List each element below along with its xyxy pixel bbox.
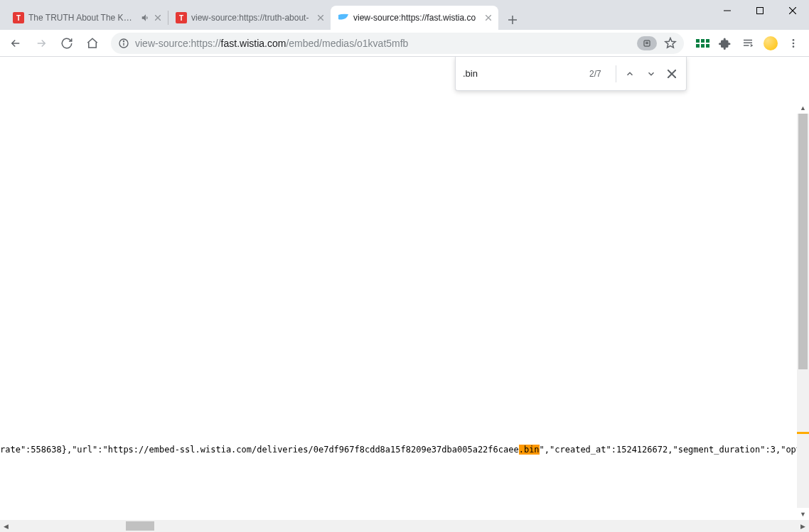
find-marker [797,432,809,434]
extensions-area [691,36,805,50]
vertical-scrollbar[interactable]: ▲ ▼ [797,114,809,508]
window-controls [711,0,809,21]
new-tab-button[interactable] [503,10,523,30]
audio-icon[interactable] [141,13,151,23]
svg-point-22 [793,42,795,44]
site-info-icon[interactable] [118,38,129,49]
cookies-icon[interactable] [637,36,657,50]
reading-list-icon[interactable] [741,36,755,50]
search-highlight: .bin [519,445,540,455]
tab-2[interactable]: view-source:https://fast.wistia.co [331,6,498,30]
window-close-button[interactable] [776,0,809,21]
tab-title: The TRUTH About The Ketog [28,13,136,23]
close-icon[interactable] [486,15,491,21]
tab-title: view-source:https://truth-about- [191,13,314,23]
horizontal-scrollbar[interactable]: ◀ ▶ [0,520,809,532]
find-bar: 2/7 [455,57,687,91]
close-icon[interactable] [155,15,161,21]
scroll-down-arrow[interactable]: ▼ [797,508,809,520]
find-input[interactable] [463,68,582,79]
home-button[interactable] [81,32,104,55]
back-button[interactable] [4,32,27,55]
svg-point-21 [793,39,795,41]
extension-yellow-icon[interactable] [764,36,778,50]
tab-0[interactable]: T The TRUTH About The Ketog [6,6,168,30]
tab-title: view-source:https://fast.wistia.co [353,13,481,23]
svg-point-14 [123,40,124,41]
window-maximize-button[interactable] [744,0,776,21]
find-prev-button[interactable] [623,64,637,84]
horizontal-scroll-track[interactable] [12,520,797,532]
scroll-right-arrow[interactable]: ▶ [797,520,809,532]
svg-point-23 [793,45,795,48]
find-count: 2/7 [589,69,609,79]
reload-button[interactable] [55,32,78,55]
find-separator [616,65,616,82]
tab-1[interactable]: T view-source:https://truth-about- [168,6,331,30]
url-text: view-source:https://fast.wistia.com/embe… [135,38,631,49]
favicon-icon: T [176,12,187,23]
extensions-button[interactable] [718,36,732,50]
favicon-icon [338,12,349,23]
toolbar: view-source:https://fast.wistia.com/embe… [0,30,809,57]
find-close-button[interactable] [665,64,679,84]
titlebar [0,0,809,6]
find-next-button[interactable] [644,64,658,84]
source-code-line[interactable]: rate":558638},"url":"https://embed-ssl.w… [0,445,806,455]
svg-rect-1 [757,8,764,14]
window-minimize-button[interactable] [711,0,744,21]
close-icon[interactable] [318,15,323,21]
bookmark-icon[interactable] [664,37,677,50]
horizontal-scroll-thumb[interactable] [126,521,154,531]
tab-strip: T The TRUTH About The Ketog T view-sourc… [0,6,809,30]
extension-grid-icon[interactable] [695,36,709,50]
forward-button[interactable] [30,32,53,55]
content-area: 2/7 rate":558638},"url":"https://embed-s… [0,57,809,520]
scroll-up-arrow[interactable]: ▲ [797,102,809,114]
scroll-left-arrow[interactable]: ◀ [0,520,12,532]
vertical-scroll-thumb[interactable] [798,114,808,369]
chrome-menu-button[interactable] [786,36,800,50]
favicon-icon: T [13,12,24,23]
omnibox[interactable]: view-source:https://fast.wistia.com/embe… [111,33,684,54]
